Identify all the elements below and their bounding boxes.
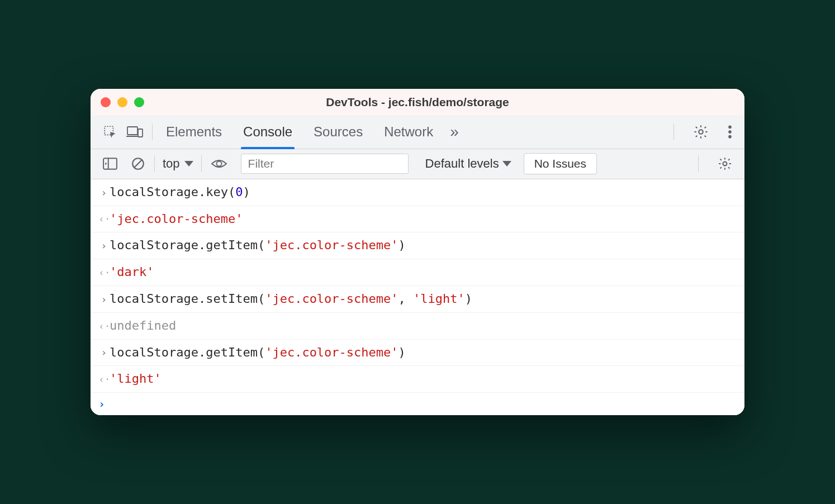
context-label: top xyxy=(163,156,180,171)
chevron-down-icon xyxy=(184,161,193,167)
window-title: DevTools - jec.fish/demo/storage xyxy=(326,96,509,109)
output-marker-icon: ‹· xyxy=(98,372,110,386)
output-marker-icon: ‹· xyxy=(98,212,110,226)
inspect-icon[interactable] xyxy=(98,121,122,142)
tab-sources[interactable]: Sources xyxy=(314,116,363,149)
more-menu-icon[interactable] xyxy=(723,121,737,142)
divider xyxy=(154,155,155,172)
console-prompt-row[interactable]: › xyxy=(91,393,744,415)
svg-rect-1 xyxy=(127,127,137,135)
tab-network[interactable]: Network xyxy=(384,116,433,149)
titlebar: DevTools - jec.fish/demo/storage xyxy=(91,89,744,116)
close-button[interactable] xyxy=(101,97,111,107)
console-output-row: ‹· 'dark' xyxy=(91,259,744,286)
svg-point-12 xyxy=(216,161,221,167)
console-input-code: localStorage.getItem('jec.color-scheme') xyxy=(110,344,406,362)
console-input-code: localStorage.key(0) xyxy=(110,184,250,201)
svg-point-4 xyxy=(699,130,703,134)
input-marker-icon: › xyxy=(98,186,110,199)
clear-console-icon[interactable] xyxy=(126,153,150,174)
traffic-lights xyxy=(101,97,144,107)
console-output-value: 'dark' xyxy=(110,264,154,281)
svg-line-11 xyxy=(134,160,142,168)
divider xyxy=(152,123,153,140)
device-toggle-icon[interactable] xyxy=(122,121,148,142)
console-output-row: ‹· 'jec.color-scheme' xyxy=(91,206,744,233)
maximize-button[interactable] xyxy=(134,97,144,107)
input-marker-icon: › xyxy=(98,292,110,306)
console-input-row[interactable]: › localStorage.setItem('jec.color-scheme… xyxy=(91,286,744,313)
svg-rect-3 xyxy=(138,129,143,137)
prompt-icon: › xyxy=(98,397,105,411)
log-levels-label: Default levels xyxy=(425,156,499,171)
svg-point-6 xyxy=(728,130,732,134)
divider xyxy=(673,123,674,140)
console-output-value: 'jec.color-scheme' xyxy=(110,211,243,228)
console-output-value: undefined xyxy=(110,317,176,335)
console-settings-icon[interactable] xyxy=(713,153,737,174)
output-marker-icon: ‹· xyxy=(98,265,110,279)
output-marker-icon: ‹· xyxy=(98,319,110,333)
filter-input[interactable] xyxy=(241,154,409,174)
console-output: › localStorage.key(0) ‹· 'jec.color-sche… xyxy=(91,179,744,415)
console-toolbar-right xyxy=(694,153,737,174)
tab-elements[interactable]: Elements xyxy=(166,116,222,149)
console-input-row[interactable]: › localStorage.getItem('jec.color-scheme… xyxy=(91,232,744,259)
more-tabs-icon[interactable]: » xyxy=(450,123,459,141)
svg-point-7 xyxy=(728,135,732,139)
devtools-window: DevTools - jec.fish/demo/storage Element… xyxy=(91,89,744,415)
issues-button[interactable]: No Issues xyxy=(524,153,597,174)
console-output-value: 'light' xyxy=(110,370,162,388)
console-output-row: ‹· 'light' xyxy=(91,366,744,393)
console-input-row[interactable]: › localStorage.getItem('jec.color-scheme… xyxy=(91,340,744,367)
input-marker-icon: › xyxy=(98,345,110,359)
log-levels-selector[interactable]: Default levels xyxy=(425,156,511,171)
issues-label: No Issues xyxy=(534,157,586,170)
tabbar-right xyxy=(669,121,737,143)
context-selector[interactable]: top xyxy=(159,156,197,171)
minimize-button[interactable] xyxy=(117,97,127,107)
svg-point-5 xyxy=(728,126,732,129)
divider xyxy=(698,155,699,172)
tab-bar: Elements Console Sources Network » xyxy=(91,116,744,149)
chevron-down-icon xyxy=(502,161,511,167)
console-input-code: localStorage.getItem('jec.color-scheme') xyxy=(110,237,406,254)
tabs-list: Elements Console Sources Network xyxy=(166,116,433,149)
live-expression-icon[interactable] xyxy=(206,154,232,173)
tab-console[interactable]: Console xyxy=(243,116,292,149)
settings-icon[interactable] xyxy=(689,121,713,143)
console-input-row[interactable]: › localStorage.key(0) xyxy=(91,179,744,206)
console-output-row: ‹· undefined xyxy=(91,313,744,340)
toggle-sidebar-icon[interactable] xyxy=(98,154,122,173)
divider xyxy=(201,155,202,172)
svg-point-13 xyxy=(723,162,727,166)
console-toolbar: top Default levels No Issues xyxy=(91,149,744,179)
console-input-code: localStorage.setItem('jec.color-scheme',… xyxy=(110,291,472,308)
input-marker-icon: › xyxy=(98,239,110,253)
